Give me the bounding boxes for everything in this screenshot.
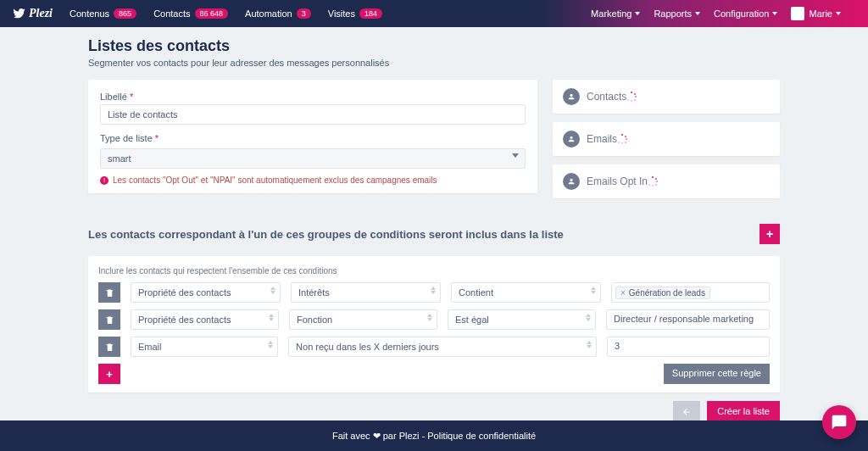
section-header: Les contacts correspondant à l'un de ces… [88, 224, 780, 244]
stat-contacts: Contacts [553, 80, 780, 114]
info-icon: ! [100, 176, 108, 185]
sort-icon [586, 314, 591, 321]
rule-source-select[interactable] [131, 309, 279, 330]
nav-visites[interactable]: Visites184 [328, 8, 382, 19]
chevron-down-icon [695, 12, 700, 15]
nav-right: Marketing Rapports Configuration Marie [591, 7, 854, 20]
sort-icon [269, 314, 274, 321]
nav-marketing[interactable]: Marketing [591, 8, 640, 19]
rule-value-input[interactable]: Directeur / responsable marketing [606, 309, 770, 330]
rule-row: ×Génération de leads [98, 282, 770, 303]
rule-source-select[interactable] [131, 337, 278, 357]
spinner-icon [626, 92, 637, 102]
sort-icon [587, 341, 592, 348]
type-label: Type de liste * [100, 133, 526, 143]
nav-contacts[interactable]: Contacts86 648 [153, 8, 228, 19]
chevron-down-icon [512, 153, 519, 158]
sort-icon [268, 341, 273, 348]
brand-name: Plezi [29, 7, 53, 20]
rule-op-select[interactable] [451, 282, 601, 303]
type-select[interactable] [100, 146, 526, 169]
page-title: Listes des contacts [88, 37, 780, 55]
libelle-label: Libellé * [100, 92, 526, 102]
tag[interactable]: ×Génération de leads [615, 287, 710, 299]
info-line: ! Les contacts "Opt Out" et "NPAI" sont … [100, 175, 526, 185]
brand-bird-icon [14, 8, 25, 19]
badge: 865 [114, 8, 136, 19]
badge: 184 [359, 8, 382, 19]
rule-field-select[interactable] [289, 309, 437, 330]
chevron-down-icon [836, 12, 841, 15]
rule-field-select[interactable] [288, 337, 597, 357]
sort-icon [591, 287, 596, 294]
chat-icon [831, 414, 848, 431]
nav-contenus[interactable]: Contenus865 [70, 8, 136, 19]
page: Listes des contacts Segmenter vos contac… [0, 27, 868, 423]
footer: Fait avec ❤ par Plezi - Politique de con… [0, 420, 868, 451]
spinner-icon [617, 134, 627, 144]
avatar [791, 7, 804, 20]
person-icon [563, 173, 580, 190]
person-icon [563, 131, 580, 148]
nav-automation[interactable]: Automation3 [245, 8, 311, 19]
sort-icon [427, 314, 432, 321]
top-navbar: Plezi Contenus865 Contacts86 648 Automat… [0, 0, 868, 27]
rule-row: Directeur / responsable marketing [98, 309, 770, 330]
sort-icon [270, 287, 275, 294]
form-card: Libellé * Type de liste * ! Les contacts… [88, 80, 537, 193]
delete-row-button[interactable] [98, 282, 120, 303]
rule-source-select[interactable] [131, 282, 281, 303]
badge: 86 648 [195, 8, 229, 19]
libelle-input[interactable] [100, 104, 526, 125]
spinner-icon [648, 176, 658, 187]
close-icon: × [620, 288, 626, 298]
add-condition-button[interactable]: + [98, 364, 120, 384]
rule-row: 3 [98, 337, 770, 357]
stat-emails: Emails [553, 122, 780, 156]
delete-rule-button[interactable]: Supprimer cette règle [664, 364, 770, 384]
chat-button[interactable] [822, 405, 856, 439]
brand[interactable]: Plezi [14, 7, 53, 20]
rule-value-input[interactable]: 3 [607, 337, 770, 357]
nav-rapports[interactable]: Rapports [654, 8, 700, 19]
nav-left: Contenus865 Contacts86 648 Automation3 V… [70, 8, 399, 19]
person-icon [563, 88, 580, 105]
stat-emails-optin: Emails Opt In [553, 164, 780, 198]
section-title: Les contacts correspondant à l'un de ces… [88, 228, 564, 241]
rules-hint: Inclure les contacts qui respectent l'en… [98, 266, 770, 276]
delete-row-button[interactable] [98, 309, 120, 330]
badge: 3 [297, 8, 311, 19]
rule-value-tags[interactable]: ×Génération de leads [611, 282, 770, 303]
rule-op-select[interactable] [448, 309, 596, 330]
chevron-down-icon [635, 12, 640, 15]
nav-user[interactable]: Marie [791, 7, 841, 20]
add-group-button[interactable]: + [760, 224, 780, 244]
page-subtitle: Segmenter vos contacts pour leur adresse… [88, 58, 780, 68]
chevron-down-icon [772, 12, 777, 15]
delete-row-button[interactable] [98, 337, 120, 357]
rules-card: Inclure les contacts qui respectent l'en… [88, 256, 780, 393]
rule-field-select[interactable] [291, 282, 441, 303]
nav-configuration[interactable]: Configuration [714, 8, 777, 19]
sort-icon [431, 287, 436, 294]
